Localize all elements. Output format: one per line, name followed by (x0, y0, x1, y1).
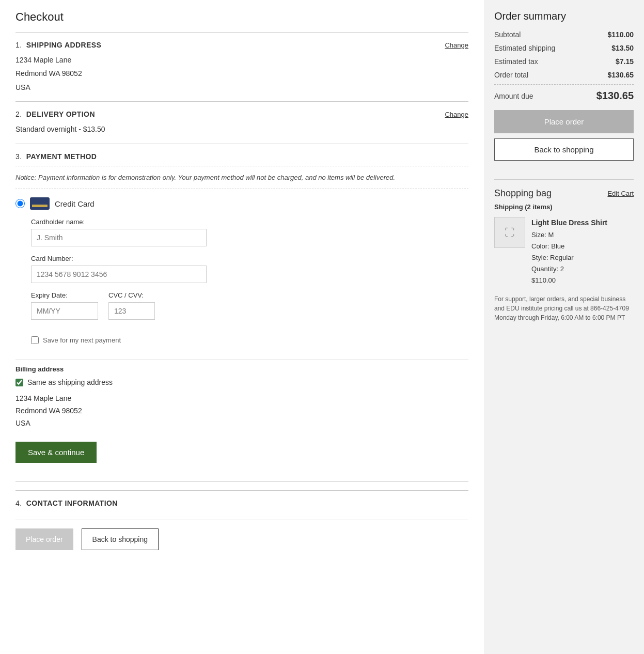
place-order-button-bottom[interactable]: Place order (15, 528, 73, 550)
cardholder-label: Cardholder name: (31, 218, 468, 226)
payment-number: 3. (15, 152, 22, 161)
billing-address: 1234 Maple Lane Redmond WA 98052 USA (15, 393, 468, 429)
shipping-number: 1. (15, 41, 22, 49)
contact-title: 4. CONTACT INFORMATION (15, 499, 468, 507)
delivery-title: 2. DELIVERY OPTION (15, 110, 95, 118)
bag-item: ⛶ Light Blue Dress Shirt Size: M Color: … (494, 217, 634, 286)
order-summary-title: Order summary (494, 10, 634, 22)
delivery-section: 2. DELIVERY OPTION Change Standard overn… (15, 110, 468, 135)
billing-section: Billing address Same as shipping address… (15, 360, 468, 429)
item-style: Style: Regular (531, 252, 607, 263)
credit-card-form: Cardholder name: Card Number: Expiry Dat… (31, 218, 468, 344)
payment-notice: Notice: Payment information is for demon… (15, 173, 468, 183)
card-number-label: Card Number: (31, 255, 468, 262)
tax-row: Estimated tax $7.15 (494, 57, 634, 66)
subtotal-label: Subtotal (494, 30, 521, 39)
shipping-change-link[interactable]: Change (445, 41, 468, 49)
item-details: Light Blue Dress Shirt Size: M Color: Bl… (531, 217, 607, 286)
item-color: Color: Blue (531, 241, 607, 252)
delivery-change-link[interactable]: Change (445, 111, 468, 118)
delivery-option: Standard overnight - $13.50 (15, 123, 468, 135)
item-name: Light Blue Dress Shirt (531, 217, 607, 229)
billing-line2: Redmond WA 98052 (15, 405, 468, 417)
tax-label: Estimated tax (494, 57, 538, 66)
shipping-address-line2: Redmond WA 98052 (15, 68, 468, 79)
contact-number: 4. (15, 499, 22, 507)
billing-line3: USA (15, 417, 468, 430)
same-as-shipping-checkbox[interactable] (15, 379, 23, 386)
order-total-value: $130.65 (607, 71, 634, 79)
credit-card-option[interactable]: Credit Card (15, 197, 468, 210)
save-payment-checkbox[interactable] (31, 336, 39, 344)
delivery-number: 2. (15, 110, 22, 118)
cvc-input[interactable] (108, 302, 155, 320)
card-number-input[interactable] (31, 266, 207, 283)
support-text: For support, larger orders, and special … (494, 294, 634, 322)
credit-card-label: Credit Card (55, 199, 95, 208)
shipping-section: 1. SHIPPING ADDRESS Change 1234 Maple La… (15, 41, 468, 93)
save-continue-button[interactable]: Save & continue (15, 442, 97, 463)
item-quantity: Quantity: 2 (531, 263, 607, 275)
save-payment-label: Save for my next payment (43, 336, 121, 344)
billing-title: Billing address (15, 365, 468, 373)
item-size: Size: M (531, 229, 607, 241)
order-total-label: Order total (494, 71, 528, 79)
shipping-row: Estimated shipping $13.50 (494, 44, 634, 52)
shipping-address-line1: 1234 Maple Lane (15, 54, 468, 66)
expiry-input[interactable] (31, 302, 98, 320)
shipping-address-line3: USA (15, 82, 468, 93)
page-title: Checkout (15, 10, 468, 24)
cardholder-input[interactable] (31, 229, 207, 246)
shipping-label: Estimated shipping (494, 44, 555, 52)
item-image: ⛶ (494, 217, 525, 248)
sidebar: Order summary Subtotal $110.00 Estimated… (484, 0, 644, 654)
item-price: $110.00 (531, 275, 607, 286)
image-placeholder-icon: ⛶ (505, 227, 515, 239)
back-shopping-button[interactable]: Back to shopping (494, 138, 634, 161)
tax-value: $7.15 (616, 57, 634, 66)
cvc-label: CVC / CVV: (108, 291, 155, 299)
shopping-bag-header: Shopping bag Edit Cart (494, 188, 634, 199)
back-shopping-button-bottom[interactable]: Back to shopping (82, 528, 159, 550)
shipping-title: 1. SHIPPING ADDRESS (15, 41, 101, 49)
shipping-items-label: Shipping (2 items) (494, 203, 634, 211)
same-as-shipping-label: Same as shipping address (27, 378, 113, 386)
shopping-bag-title: Shopping bag (494, 188, 552, 199)
shipping-value: $13.50 (611, 44, 634, 52)
subtotal-row: Subtotal $110.00 (494, 30, 634, 39)
credit-card-radio[interactable] (15, 199, 25, 208)
order-total-row: Order total $130.65 (494, 71, 634, 79)
edit-cart-link[interactable]: Edit Cart (607, 190, 634, 197)
payment-title: 3. PAYMENT METHOD (15, 152, 97, 161)
amount-due-row: Amount due $130.65 (494, 90, 634, 102)
expiry-label: Expiry Date: (31, 291, 98, 299)
subtotal-value: $110.00 (607, 30, 634, 39)
bottom-actions: Place order Back to shopping (15, 520, 468, 550)
amount-due-label: Amount due (494, 92, 533, 100)
amount-due-value: $130.65 (596, 90, 634, 102)
place-order-button[interactable]: Place order (494, 110, 634, 133)
payment-section: 3. PAYMENT METHOD Notice: Payment inform… (15, 152, 468, 474)
contact-section: 4. CONTACT INFORMATION (15, 490, 468, 507)
credit-card-icon (30, 197, 50, 210)
billing-line1: 1234 Maple Lane (15, 393, 468, 405)
